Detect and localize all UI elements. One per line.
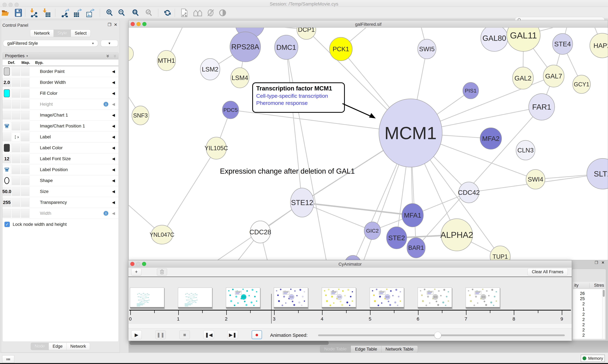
network-edge[interactable] xyxy=(286,47,302,203)
tab-network[interactable]: Network xyxy=(30,30,54,37)
property-row-label-color[interactable]: Label Color◀ xyxy=(2,143,118,153)
property-row-height[interactable]: Heighti◀ xyxy=(2,99,118,110)
network-node-yil105c[interactable]: YIL105C xyxy=(205,137,228,159)
property-def-cell[interactable] xyxy=(2,111,11,119)
column-header-centrality[interactable]: ity xyxy=(574,283,579,288)
memory-button[interactable]: Memory xyxy=(581,355,605,362)
frame-thumbnail-6[interactable]: MCM xyxy=(418,288,452,309)
network-canvas[interactable]: RPS28ADMC1DCP1PCK1MTH1LSM2LSM4SNF3PDC5YI… xyxy=(129,28,608,260)
export-network-icon[interactable] xyxy=(60,8,69,17)
group-nodes-icon[interactable] xyxy=(193,8,202,17)
network-node-hap2[interactable]: HAP2 xyxy=(590,33,608,58)
property-map-cell[interactable] xyxy=(12,111,20,119)
network-node-lsm4[interactable]: LSM4 xyxy=(231,68,249,88)
expand-property-arrow[interactable]: ◀ xyxy=(112,189,115,194)
network-node-dmc1[interactable]: DMC1 xyxy=(275,35,298,59)
delete-frame-button[interactable] xyxy=(157,268,167,275)
network-node-alpha2[interactable]: ALPHA2 xyxy=(440,219,473,251)
expand-property-arrow[interactable]: ◀ xyxy=(112,80,115,85)
property-def-cell[interactable] xyxy=(2,67,11,76)
expand-property-arrow[interactable]: ◀ xyxy=(112,178,115,183)
import-network-icon[interactable] xyxy=(29,8,38,17)
network-node-mth1[interactable]: MTH1 xyxy=(157,51,176,71)
property-row-width[interactable]: Widthi◀ xyxy=(2,208,118,219)
close-table-panel-icon[interactable]: ✕ xyxy=(601,260,605,265)
stop-button[interactable]: ■ xyxy=(180,330,190,339)
pause-button[interactable]: ❚❚ xyxy=(155,330,166,339)
style-selector[interactable]: galFiltered Style ▾ xyxy=(3,40,98,47)
tab-style[interactable]: Style xyxy=(54,30,71,37)
playhead[interactable] xyxy=(271,294,272,327)
tab-network[interactable]: Network xyxy=(66,343,90,350)
frame-thumbnail-7[interactable]: MCM xyxy=(466,288,500,309)
property-row-border-width[interactable]: 2.0Border Width◀ xyxy=(2,77,118,88)
timeline[interactable]: MCMMCMMCMMCMMCMMCM 0123456789 Seconds xyxy=(128,277,572,324)
network-file-icon[interactable] xyxy=(180,8,189,17)
property-map-cell[interactable] xyxy=(12,165,20,174)
property-byp-cell[interactable] xyxy=(21,143,29,152)
network-node-gcy1[interactable]: GCY1 xyxy=(573,75,590,93)
property-def-cell[interactable] xyxy=(2,209,11,218)
network-node-cdc28[interactable]: CDC28 xyxy=(249,221,271,243)
property-def-cell[interactable]: 2.0 xyxy=(2,78,11,87)
property-row-image-chart-position-1[interactable]: Image/Chart Position 1◀ xyxy=(2,121,118,131)
property-row-label-position[interactable]: Label Position◀ xyxy=(2,164,118,175)
frame-thumbnail-1[interactable] xyxy=(178,288,212,309)
tab-edge-table[interactable]: Edge Table xyxy=(351,346,381,353)
network-node-left[interactable] xyxy=(129,46,134,61)
lock-aspect-checkbox[interactable]: ✓ xyxy=(4,222,10,227)
property-byp-cell[interactable] xyxy=(21,176,29,185)
export-table-icon[interactable] xyxy=(73,8,82,17)
expand-property-arrow[interactable]: ◀ xyxy=(112,124,115,128)
expand-property-arrow[interactable]: ◀ xyxy=(112,91,115,95)
network-node-pis1[interactable]: PIS1 xyxy=(463,82,479,99)
property-map-cell[interactable] xyxy=(12,143,20,152)
play-button[interactable]: ▶ xyxy=(131,330,142,339)
expand-property-arrow[interactable]: ◀ xyxy=(112,102,115,106)
property-row-shape[interactable]: Shape◀ xyxy=(2,175,118,186)
property-map-cell[interactable] xyxy=(12,209,20,218)
property-byp-cell[interactable] xyxy=(21,198,29,207)
save-session-icon[interactable] xyxy=(14,8,23,17)
property-row-transparency[interactable]: 255Transparency◀ xyxy=(2,197,118,208)
network-node-gal11[interactable]: GAL11 xyxy=(507,28,540,52)
property-def-cell[interactable] xyxy=(2,143,11,152)
zoom-selected-icon[interactable] xyxy=(144,8,153,17)
network-node-bot[interactable] xyxy=(345,255,361,260)
table-scrollbar[interactable] xyxy=(602,289,605,339)
expand-property-arrow[interactable]: ◀ xyxy=(112,156,115,161)
network-node-rps28a[interactable]: RPS28A xyxy=(230,32,261,62)
skip-to-start-button[interactable]: ❚◀ xyxy=(204,330,214,339)
expand-property-arrow[interactable]: ◀ xyxy=(112,69,115,74)
network-node-ste2[interactable]: STE2 xyxy=(387,227,407,249)
network-node-snf3[interactable]: SNF3 xyxy=(132,106,149,125)
collapse-all-icon[interactable]: « xyxy=(113,54,116,57)
open-session-icon[interactable] xyxy=(1,8,10,17)
network-node-gal80[interactable]: GAL80 xyxy=(481,28,508,52)
style-options-button[interactable]: ▾ xyxy=(101,40,118,47)
tab-network-table[interactable]: Network Table xyxy=(381,346,418,353)
property-def-cell[interactable] xyxy=(2,122,11,130)
network-node-swi5[interactable]: SWI5 xyxy=(418,39,436,59)
property-def-cell[interactable] xyxy=(2,132,11,141)
info-icon[interactable]: i xyxy=(104,102,108,106)
property-map-cell[interactable] xyxy=(12,176,20,185)
float-table-panel-icon[interactable]: ❐ xyxy=(595,260,598,265)
network-node-gic2[interactable]: GIC2 xyxy=(364,222,381,240)
expand-all-icon[interactable]: « xyxy=(106,54,109,57)
property-byp-cell[interactable] xyxy=(21,67,29,76)
frame-thumbnail-5[interactable]: MCM xyxy=(370,288,404,309)
network-edge[interactable] xyxy=(162,148,216,235)
network-node-ynl047c[interactable]: YNL047C xyxy=(150,225,174,244)
zoom-out-icon[interactable] xyxy=(117,8,126,17)
network-node-mcm1[interactable]: MCM1 xyxy=(379,99,442,167)
property-byp-cell[interactable] xyxy=(21,209,29,218)
network-window-titlebar[interactable]: galFiltered.sif xyxy=(129,20,608,28)
show-details-icon[interactable] xyxy=(218,8,227,17)
property-def-cell[interactable]: 255 xyxy=(2,198,11,207)
tab-select[interactable]: Select xyxy=(71,30,91,37)
info-icon[interactable]: i xyxy=(104,211,108,216)
network-node-swi4[interactable]: SWI4 xyxy=(526,169,545,189)
apply-layout-icon[interactable] xyxy=(163,8,172,17)
property-map-cell[interactable] xyxy=(12,122,20,130)
